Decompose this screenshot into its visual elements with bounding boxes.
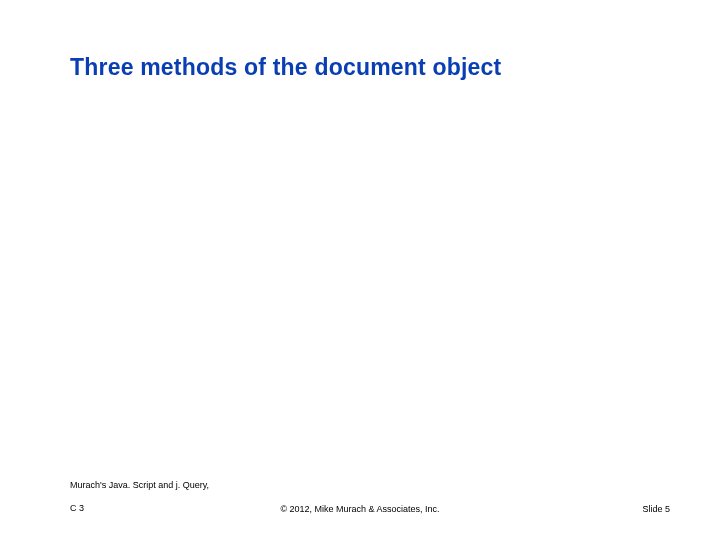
footer-slide-number: Slide 5 [642,504,670,514]
slide: Three methods of the document object Mur… [0,0,720,540]
slide-title: Three methods of the document object [70,54,501,81]
footer-book-title: Murach's Java. Script and j. Query, [70,480,209,490]
footer-copyright: © 2012, Mike Murach & Associates, Inc. [0,504,720,514]
